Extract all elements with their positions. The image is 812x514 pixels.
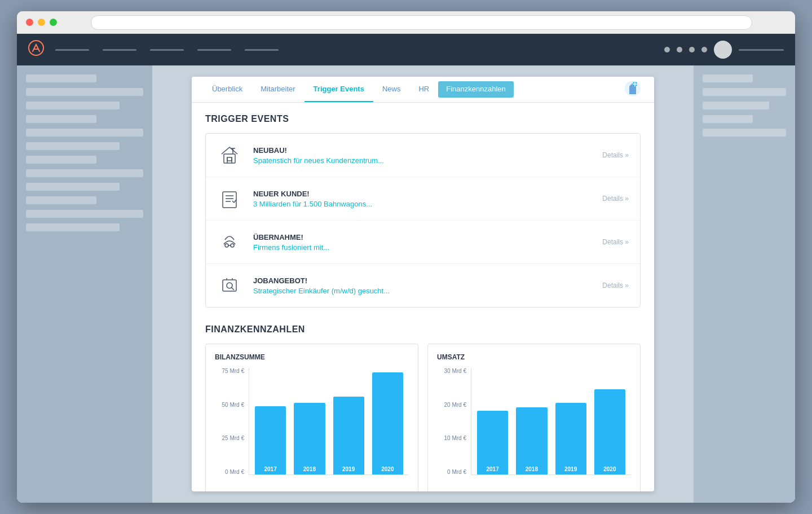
- hubspot-logo: [28, 40, 44, 59]
- tab-finanzkennzahlen[interactable]: Finanzkennzahlen: [438, 81, 514, 98]
- jobangebot-details[interactable]: Details »: [602, 282, 629, 289]
- sidebar-item: [26, 115, 96, 123]
- address-bar[interactable]: [91, 15, 752, 30]
- tab-ueberblick[interactable]: Überblick: [203, 77, 251, 102]
- bar-group-2018: 2018: [294, 368, 325, 475]
- umsatz-chart: UMSATZ 30 Mrd € 20 Mrd € 10 Mrd € 0 Mrd …: [427, 344, 641, 491]
- neuer-kunde-title: NEUER KUNDE!: [253, 190, 602, 198]
- y-label-25: 25 Mrd €: [222, 435, 244, 441]
- bar-2019: 2019: [333, 397, 364, 475]
- uebernahme-content: ÜBERNAHME! Firmens fusioniert mit...: [253, 233, 602, 252]
- neuer-kunde-details[interactable]: Details »: [602, 195, 629, 203]
- tab-hr[interactable]: HR: [409, 77, 438, 102]
- ux-label-2018: [516, 475, 548, 491]
- x-label-2019: [333, 475, 364, 491]
- neuer-kunde-content: NEUER KUNDE! 3 Milliarden für 1.500 Bahn…: [253, 190, 602, 208]
- ubar-year-label-2017: 2017: [487, 466, 499, 472]
- sidebar-right-item: [703, 88, 786, 96]
- ubar-group-2020: 2020: [594, 368, 625, 475]
- neubau-details[interactable]: Details »: [602, 151, 629, 159]
- nav-right: [664, 41, 784, 59]
- nav-placeholder-1: [55, 49, 89, 51]
- event-neuer-kunde: NEUER KUNDE! 3 Milliarden für 1.500 Bahn…: [206, 177, 640, 221]
- bar-group-2019: 2019: [333, 368, 364, 475]
- jobangebot-subtitle[interactable]: Strategischer Einkäufer (m/w/d) gesucht.…: [253, 287, 602, 295]
- umsatz-x-axis: [471, 475, 631, 491]
- trigger-events-title: TRIGGER EVENTS: [205, 114, 641, 124]
- user-avatar[interactable]: [714, 41, 732, 59]
- sidebar-item: [26, 156, 96, 164]
- svg-rect-6: [227, 157, 232, 161]
- uebernahme-subtitle[interactable]: Firmens fusioniert mit...: [253, 243, 602, 252]
- bar-year-label-2018: 2018: [303, 466, 316, 472]
- uy-label-20: 20 Mrd €: [444, 402, 466, 408]
- events-container: NEUBAU! Spatenstich für neues Kundenzent…: [205, 133, 641, 307]
- ux-label-2020: [594, 475, 626, 491]
- sidebar-item: [26, 102, 120, 109]
- sidebar-right-item: [703, 102, 769, 109]
- bar-group-2020: 2020: [372, 368, 403, 475]
- ux-label-2019: [555, 475, 586, 491]
- nav-placeholder-2: [103, 49, 136, 51]
- nav-placeholder-3: [150, 49, 184, 51]
- sidebar-right-item: [703, 74, 753, 82]
- neuer-kunde-icon: [217, 186, 242, 211]
- svg-point-14: [225, 244, 228, 247]
- jobangebot-content: JOBANGEBOT! Strategischer Einkäufer (m/w…: [253, 276, 602, 295]
- jobangebot-icon: [217, 273, 242, 298]
- bilanzsumme-y-axis: 75 Mrd € 50 Mrd € 25 Mrd € 0 Mrd €: [215, 368, 249, 475]
- center-panel[interactable]: Überblick Mitarbeiter Trigger Events New…: [152, 65, 694, 503]
- company-logo-icon: [623, 78, 643, 101]
- bar-year-label-2019: 2019: [342, 466, 355, 472]
- uebernahme-details[interactable]: Details »: [602, 238, 629, 246]
- svg-rect-3: [224, 154, 235, 163]
- ubar-year-label-2018: 2018: [526, 466, 538, 472]
- svg-line-18: [231, 287, 234, 290]
- nav-placeholder-5: [245, 49, 279, 51]
- browser-window: Überblick Mitarbeiter Trigger Events New…: [17, 11, 795, 503]
- event-jobangebot: JOBANGEBOT! Strategischer Einkäufer (m/w…: [206, 264, 640, 307]
- bilanzsumme-chart: BILANZSUMME 75 Mrd € 50 Mrd € 25 Mrd € 0…: [205, 344, 418, 491]
- nav-icon-2[interactable]: [677, 47, 682, 52]
- bilanzsumme-x-axis: [249, 475, 409, 491]
- sidebar-item: [26, 129, 143, 137]
- tab-news[interactable]: News: [373, 77, 410, 102]
- ubar-group-2018: 2018: [516, 368, 547, 475]
- app-container: Überblick Mitarbeiter Trigger Events New…: [17, 34, 795, 503]
- bilanzsumme-title: BILANZSUMME: [215, 353, 409, 361]
- sidebar-right-item: [703, 129, 786, 137]
- bar-2020: 2020: [372, 372, 403, 475]
- bilanzsumme-chart-area: 75 Mrd € 50 Mrd € 25 Mrd € 0 Mrd € 20172…: [215, 368, 409, 491]
- minimize-button[interactable]: [38, 19, 45, 26]
- ubar-2017: 2017: [477, 411, 508, 475]
- tab-trigger-events[interactable]: Trigger Events: [304, 77, 373, 102]
- maximize-button[interactable]: [50, 19, 57, 26]
- neubau-subtitle[interactable]: Spatenstich für neues Kundenzentrum...: [253, 156, 602, 165]
- ubar-group-2017: 2017: [477, 368, 508, 475]
- sidebar-item: [26, 88, 143, 96]
- nav-icon-4[interactable]: [701, 47, 707, 52]
- event-uebernahme: ÜBERNAHME! Firmens fusioniert mit... Det…: [206, 221, 640, 264]
- umsatz-bars: 2017201820192020: [471, 368, 631, 475]
- ubar-2019: 2019: [555, 403, 586, 475]
- nav-icon-3[interactable]: [689, 47, 695, 52]
- sidebar-item: [26, 196, 96, 204]
- charts-row: BILANZSUMME 75 Mrd € 50 Mrd € 25 Mrd € 0…: [205, 344, 641, 491]
- y-label-75: 75 Mrd €: [222, 368, 244, 374]
- x-label-2018: [294, 475, 325, 491]
- nav-items: [55, 49, 664, 51]
- x-label-2020: [372, 475, 404, 491]
- close-button[interactable]: [26, 19, 33, 26]
- nav-icon-1[interactable]: [664, 47, 670, 52]
- neubau-content: NEUBAU! Spatenstich für neues Kundenzent…: [253, 146, 602, 165]
- sidebar-item: [26, 169, 143, 177]
- jobangebot-title: JOBANGEBOT!: [253, 276, 602, 285]
- sidebar-right-item: [703, 115, 753, 123]
- neuer-kunde-subtitle[interactable]: 3 Milliarden für 1.500 Bahnwagons...: [253, 200, 602, 208]
- tab-mitarbeiter[interactable]: Mitarbeiter: [251, 77, 304, 102]
- left-sidebar: [17, 65, 152, 503]
- main-content: Überblick Mitarbeiter Trigger Events New…: [17, 65, 795, 503]
- ubar-year-label-2020: 2020: [603, 466, 616, 472]
- tabs-bar: Überblick Mitarbeiter Trigger Events New…: [192, 77, 654, 103]
- browser-dots: [26, 19, 57, 26]
